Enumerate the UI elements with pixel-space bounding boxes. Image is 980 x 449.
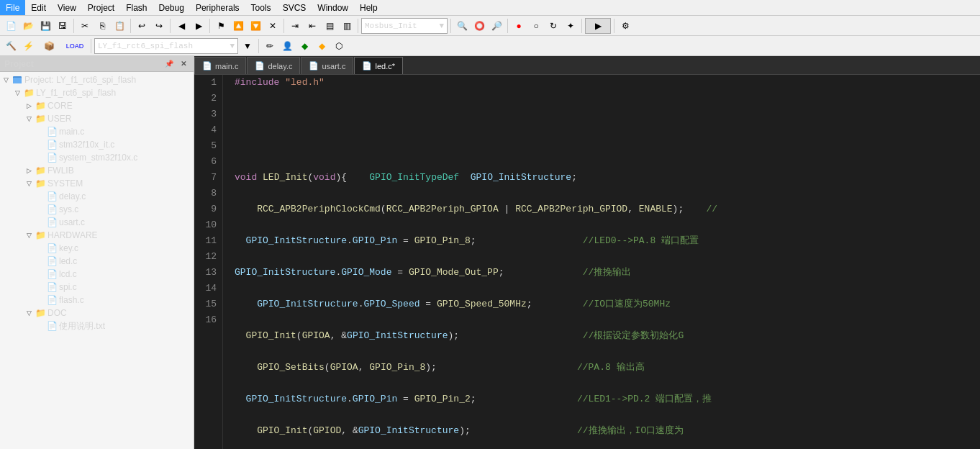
user-expander[interactable]: ▽ [23, 113, 35, 124]
tree-led-c[interactable]: 📄 led.c [0, 255, 194, 268]
system-group-expander[interactable]: ▽ [23, 178, 35, 189]
menu-file[interactable]: File [0, 0, 25, 15]
project-label: LY_f1_rct6_spi_flash [35, 88, 116, 98]
tree-core[interactable]: ▷ 📁 CORE [0, 99, 194, 112]
tree-flash-c[interactable]: 📄 flash.c [0, 294, 194, 307]
tree-system[interactable]: 📄 system_stm32f10x.c [0, 151, 194, 164]
code-editor[interactable]: 1 2 3 4 5 6 7 8 9 10 11 12 13 14 15 16 #… [194, 75, 980, 449]
code-line-8: GPIO_InitStructure.GPIO_Speed = GPIO_Spe… [235, 296, 980, 312]
menu-svcs[interactable]: SVCS [277, 0, 312, 15]
tree-sys-c[interactable]: 📄 sys.c [0, 203, 194, 216]
menu-view[interactable]: View [52, 0, 82, 15]
tab-delay-c[interactable]: 📄 delay.c [247, 57, 300, 74]
menu-tools[interactable]: Tools [245, 0, 277, 15]
magnify-btn[interactable]: 🔎 [489, 18, 504, 34]
tree-project[interactable]: ▽ 📁 LY_f1_rct6_spi_flash [0, 86, 194, 99]
paste-btn[interactable]: 📋 [112, 18, 127, 34]
open-btn[interactable]: 📂 [20, 18, 36, 34]
tree-system-group[interactable]: ▽ 📁 SYSTEM [0, 177, 194, 190]
tree-delay-c[interactable]: 📄 delay.c [0, 190, 194, 203]
star-btn[interactable]: ✦ [563, 18, 579, 34]
tab-led-c-label: led.c* [375, 62, 395, 71]
close-sidebar-btn[interactable]: ✕ [178, 58, 189, 70]
tree-user[interactable]: ▽ 📁 USER [0, 112, 194, 125]
tree-main-c[interactable]: 📄 main.c [0, 125, 194, 138]
tree-key-c[interactable]: 📄 key.c [0, 242, 194, 255]
nav-fwd-btn[interactable]: ▶ [191, 18, 207, 34]
col2-btn[interactable]: ▥ [339, 18, 355, 34]
find2-btn[interactable]: ⭕ [471, 18, 487, 34]
target-settings-btn[interactable]: ✏ [262, 38, 278, 54]
save-all-btn[interactable]: 🖫 [55, 18, 71, 34]
unindent-btn[interactable]: ⇤ [304, 18, 320, 34]
hardware-expander[interactable]: ▽ [23, 230, 35, 241]
build-btn[interactable]: 🔨 [3, 38, 19, 54]
tab-led-c-icon: 📄 [362, 61, 372, 71]
tree-fwlib[interactable]: ▷ 📁 FWLIB [0, 164, 194, 177]
tab-usart-c[interactable]: 📄 usart.c [301, 57, 353, 74]
settings-btn[interactable]: ⚙ [617, 18, 633, 34]
key-c-exp [35, 242, 46, 254]
doc-expander[interactable]: ▽ [23, 307, 35, 319]
find-btn[interactable]: 🔍 [454, 18, 470, 34]
tab-led-c[interactable]: 📄 led.c* [354, 57, 403, 74]
project-icon: 📁 [23, 87, 35, 99]
ln-14: 14 [194, 281, 217, 296]
nav-back-btn[interactable]: ◀ [173, 18, 189, 34]
tree-doc[interactable]: ▽ 📁 DOC [0, 307, 194, 319]
undo-btn[interactable]: ↩ [134, 18, 150, 34]
next-bookmark-btn[interactable]: 🔽 [248, 18, 263, 34]
new-btn[interactable]: 📄 [3, 18, 19, 34]
lcd-c-icon: 📄 [46, 268, 58, 280]
redo-btn[interactable]: ↪ [151, 18, 167, 34]
run-btn[interactable]: ▶ [585, 18, 611, 34]
tree-hardware[interactable]: ▽ 📁 HARDWARE [0, 229, 194, 242]
save-btn[interactable]: 💾 [37, 18, 53, 34]
tree-manual[interactable]: 📄 使用说明.txt [0, 319, 194, 332]
circle-btn[interactable]: ○ [528, 18, 544, 34]
core-expander[interactable]: ▷ [23, 100, 35, 112]
loop-btn[interactable]: ↻ [545, 18, 561, 34]
menu-flash[interactable]: Flash [120, 0, 153, 15]
clear-bookmark-btn[interactable]: ✕ [265, 18, 281, 34]
menu-help[interactable]: Help [354, 0, 384, 15]
tab-main-c[interactable]: 📄 main.c [194, 57, 246, 74]
system-expander [35, 152, 46, 163]
root-expander[interactable]: ▽ [0, 74, 12, 86]
load-btn[interactable]: LOAD [62, 38, 88, 54]
diamond-btn[interactable]: ◆ [296, 38, 312, 54]
menu-project[interactable]: Project [82, 0, 120, 15]
fwlib-expander[interactable]: ▷ [23, 165, 35, 176]
copy-btn[interactable]: ⎘ [94, 18, 110, 34]
cut-btn[interactable]: ✂ [77, 18, 93, 34]
col-btn[interactable]: ▤ [322, 18, 337, 34]
target-btn[interactable]: 📦 [37, 38, 60, 54]
menu-window[interactable]: Window [312, 0, 354, 15]
code-line-1: #include "led.h" [235, 75, 980, 91]
red-btn[interactable]: ● [511, 18, 527, 34]
main-layout: Project 📌 ✕ ▽ Project: LY_f1_rct6_spi_fl… [0, 56, 980, 449]
manage-btn[interactable]: 👤 [279, 38, 295, 54]
function-dropdown[interactable]: Mosbus_Init ▼ [361, 18, 448, 34]
pin-btn[interactable]: 📌 [163, 58, 175, 70]
cloud-btn[interactable]: ⬡ [331, 38, 347, 54]
code-content[interactable]: #include "led.h" void LED_Init(void){ GP… [223, 75, 980, 449]
tree-root[interactable]: ▽ Project: LY_f1_rct6_spi_flash [0, 73, 194, 86]
tree-lcd-c[interactable]: 📄 lcd.c [0, 268, 194, 281]
indent-btn[interactable]: ⇥ [287, 18, 303, 34]
menu-edit[interactable]: Edit [25, 0, 52, 15]
tree-spi-c[interactable]: 📄 spi.c [0, 281, 194, 294]
tree-usart-c[interactable]: 📄 usart.c [0, 216, 194, 229]
diamond2-btn[interactable]: ◆ [314, 38, 330, 54]
compile-btn[interactable]: ⚡ [20, 38, 36, 54]
path-dropdown[interactable]: LY_f1_rct6_spi_flash ▼ [94, 38, 238, 54]
code-line-7: GPIO_InitStructure.GPIO_Mode = GPIO_Mode… [235, 265, 980, 281]
path-settings-btn[interactable]: ▼ [240, 38, 255, 54]
project-expander[interactable]: ▽ [12, 87, 23, 99]
prev-bookmark-btn[interactable]: 🔼 [230, 18, 246, 34]
menu-debug[interactable]: Debug [153, 0, 190, 15]
sys-c-icon: 📄 [46, 204, 58, 215]
tree-stm32[interactable]: 📄 stm32f10x_it.c [0, 138, 194, 151]
menu-peripherals[interactable]: Peripherals [190, 0, 245, 15]
bookmark-btn[interactable]: ⚑ [213, 18, 229, 34]
